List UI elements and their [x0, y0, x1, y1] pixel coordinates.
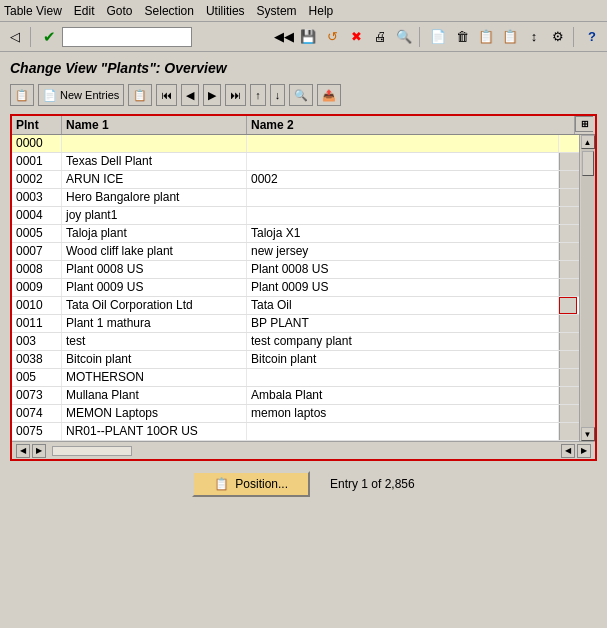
- nav-last-btn[interactable]: ⏭: [225, 84, 246, 106]
- table-row[interactable]: 0008 Plant 0008 US Plant 0008 US: [12, 261, 579, 279]
- hscroll-left-btn[interactable]: ◀: [16, 444, 30, 458]
- table-row[interactable]: 0011 Plant 1 mathura BP PLANT: [12, 315, 579, 333]
- table-row[interactable]: 0009 Plant 0009 US Plant 0009 US: [12, 279, 579, 297]
- separator: [30, 27, 34, 47]
- menu-utilities[interactable]: Utilities: [206, 4, 245, 18]
- nav-next-btn[interactable]: ▶: [203, 84, 221, 106]
- new-entries-btn[interactable]: 📄 New Entries: [38, 84, 124, 106]
- scroll-up-btn[interactable]: ▲: [581, 135, 595, 149]
- scroll-thumb[interactable]: [582, 151, 594, 176]
- cell-scroll: [559, 405, 579, 422]
- delete-icon[interactable]: 🗑: [451, 26, 473, 48]
- sort-desc-btn[interactable]: ↓: [270, 84, 286, 106]
- sort-icon[interactable]: ↕: [523, 26, 545, 48]
- cell-scroll: [559, 225, 579, 242]
- refresh-icon[interactable]: ↺: [321, 26, 343, 48]
- nav-first-btn[interactable]: ⏮: [156, 84, 177, 106]
- table-header: Plnt Name 1 Name 2 ⊞: [12, 116, 595, 135]
- cell-name1: Tata Oil Corporation Ltd: [62, 297, 247, 314]
- copy-row-btn[interactable]: 📋: [128, 84, 152, 106]
- col-header-plnt: Plnt: [12, 116, 62, 134]
- table-row[interactable]: 0010 Tata Oil Corporation Ltd Tata Oil: [12, 297, 579, 315]
- table-row[interactable]: 0075 NR01--PLANT 10OR US: [12, 423, 579, 441]
- table-row[interactable]: 0002 ARUN ICE 0002: [12, 171, 579, 189]
- scrollbar-vertical[interactable]: ▲ ▼: [579, 135, 595, 441]
- cell-name2: Bitcoin plant: [247, 351, 559, 368]
- insert-icon[interactable]: 📄: [427, 26, 449, 48]
- menu-selection[interactable]: Selection: [145, 4, 194, 18]
- cell-name2: Plant 0009 US: [247, 279, 559, 296]
- copy-row-icon: 📋: [133, 89, 147, 102]
- hscroll-left2-btn[interactable]: ◀: [561, 444, 575, 458]
- scroll-down-btn[interactable]: ▼: [581, 427, 595, 441]
- copy-icon[interactable]: 📋: [475, 26, 497, 48]
- cell-plnt: 0002: [12, 171, 62, 188]
- find-icon[interactable]: 🔍: [393, 26, 415, 48]
- table-row[interactable]: 005 MOTHERSON: [12, 369, 579, 387]
- footer-nav-left: ◀ ▶: [16, 444, 136, 458]
- cell-name2: BP PLANT: [247, 315, 559, 332]
- stop-icon[interactable]: ✖: [345, 26, 367, 48]
- cell-scroll: [559, 351, 579, 368]
- hscroll-right-btn[interactable]: ▶: [32, 444, 46, 458]
- menu-edit[interactable]: Edit: [74, 4, 95, 18]
- export-btn[interactable]: 📤: [317, 84, 341, 106]
- table-row[interactable]: 003 test test company plant: [12, 333, 579, 351]
- cell-scroll: [559, 369, 579, 386]
- cell-name2: 0002: [247, 171, 559, 188]
- nav-prev-btn[interactable]: ◀: [181, 84, 199, 106]
- hscroll-right2-btn[interactable]: ▶: [577, 444, 591, 458]
- menu-system[interactable]: System: [257, 4, 297, 18]
- table-row[interactable]: 0001 Texas Dell Plant: [12, 153, 579, 171]
- table-row[interactable]: 0038 Bitcoin plant Bitcoin plant: [12, 351, 579, 369]
- cell-name1: Plant 1 mathura: [62, 315, 247, 332]
- cell-plnt: 0038: [12, 351, 62, 368]
- table-row[interactable]: 0004 joy plant1: [12, 207, 579, 225]
- table-row[interactable]: 0074 MEMON Laptops memon laptos: [12, 405, 579, 423]
- table-row[interactable]: 0003 Hero Bangalore plant: [12, 189, 579, 207]
- table-row[interactable]: 0007 Wood cliff lake plant new jersey: [12, 243, 579, 261]
- save-icon[interactable]: 💾: [297, 26, 319, 48]
- table-body: 0000 0001 Texas Dell Plant 0002 ARUN ICE…: [12, 135, 579, 441]
- cell-name2: Tata Oil: [247, 297, 559, 314]
- cell-plnt: 0010: [12, 297, 62, 314]
- cell-name1: MOTHERSON: [62, 369, 247, 386]
- paste-icon[interactable]: 📋: [499, 26, 521, 48]
- cell-scroll-highlight: [559, 297, 577, 314]
- cell-name2: new jersey: [247, 243, 559, 260]
- find-table-btn[interactable]: 🔍: [289, 84, 313, 106]
- settings-icon[interactable]: ⚙: [547, 26, 569, 48]
- table-row[interactable]: 0000: [12, 135, 579, 153]
- cell-plnt: 0003: [12, 189, 62, 206]
- table-row[interactable]: 0005 Taloja plant Taloja X1: [12, 225, 579, 243]
- separator2: [419, 27, 423, 47]
- col-settings-btn[interactable]: ⊞: [575, 116, 593, 132]
- menu-goto[interactable]: Goto: [107, 4, 133, 18]
- menu-table-view[interactable]: Table View: [4, 4, 62, 18]
- cell-name1: Hero Bangalore plant: [62, 189, 247, 206]
- sort-asc-btn[interactable]: ↑: [250, 84, 266, 106]
- cell-name2: [247, 153, 559, 170]
- cell-plnt: 0004: [12, 207, 62, 224]
- cell-name2: [247, 189, 559, 206]
- address-input[interactable]: [62, 27, 192, 47]
- table-row[interactable]: 0073 Mullana Plant Ambala Plant: [12, 387, 579, 405]
- address-bar: [62, 27, 271, 47]
- footer-nav-right: ◀ ▶: [561, 444, 591, 458]
- cell-plnt: 0008: [12, 261, 62, 278]
- cell-name2: [247, 369, 559, 386]
- table-footer: ◀ ▶ ◀ ▶: [12, 441, 595, 459]
- menu-help[interactable]: Help: [309, 4, 334, 18]
- cell-scroll: [559, 333, 579, 350]
- back-icon[interactable]: ◁: [4, 26, 26, 48]
- cell-plnt: 005: [12, 369, 62, 386]
- help-icon[interactable]: ?: [581, 26, 603, 48]
- position-button[interactable]: 📋 Position...: [192, 471, 310, 497]
- cell-name2: Plant 0008 US: [247, 261, 559, 278]
- hscroll-track[interactable]: [52, 446, 132, 456]
- details-btn[interactable]: 📋: [10, 84, 34, 106]
- nav-back-icon[interactable]: ◀◀: [273, 26, 295, 48]
- print-icon[interactable]: 🖨: [369, 26, 391, 48]
- confirm-icon[interactable]: ✔: [38, 26, 60, 48]
- cell-name2: test company plant: [247, 333, 559, 350]
